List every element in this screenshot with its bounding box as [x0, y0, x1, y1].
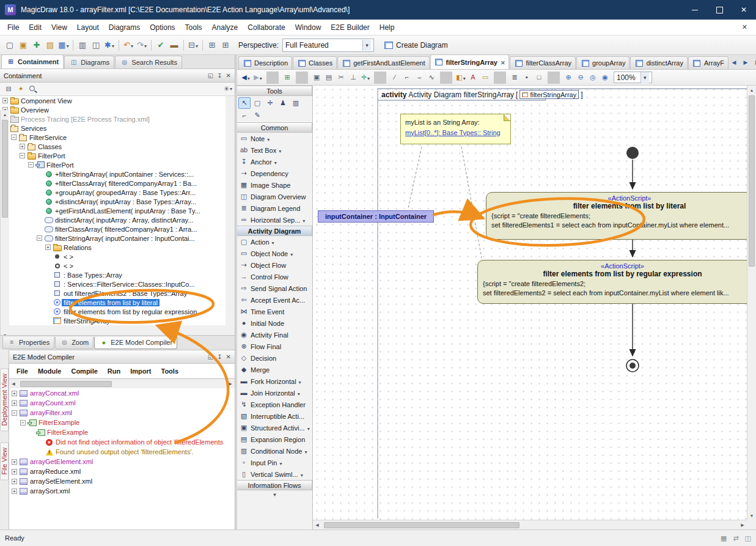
minimize-button[interactable] [683, 0, 707, 20]
scrollbar-thumb[interactable] [20, 381, 112, 387]
note-shape[interactable]: myList is an String Array: myList[0..*]:… [400, 114, 511, 144]
chevron-down-icon[interactable] [299, 378, 301, 385]
tree-row[interactable]: − filterStringArray( inputContainer : In… [0, 234, 226, 243]
tree-row[interactable]: filter elements from list by regular exp… [0, 307, 226, 316]
action-node-filter-literal[interactable]: «ActionScript» filter elements from list… [486, 192, 747, 240]
palette-item[interactable]: ◉ Activity Final [237, 329, 312, 341]
tree-row[interactable]: + arrayCount.xml [9, 398, 235, 408]
chevron-down-icon[interactable] [304, 448, 307, 455]
palette-item[interactable]: ▭ Object Node [237, 248, 312, 259]
close-button[interactable] [732, 0, 756, 20]
print-icon[interactable]: ▥ [76, 38, 89, 53]
curve-path-icon[interactable]: ∿ [425, 72, 438, 84]
palette-item[interactable]: ⇢ Dependency [237, 168, 312, 179]
tree-row[interactable]: − FilterPort [0, 151, 226, 160]
action-node-filter-regex[interactable]: «ActionScript» filter elements from list… [477, 260, 747, 304]
menu-item[interactable]: File [2, 21, 24, 34]
network-status-icon[interactable] [733, 534, 738, 542]
palette-item[interactable]: ▯ Vertical Swiml... [237, 468, 312, 480]
paste-icon[interactable]: ▤ [323, 72, 335, 84]
expander-icon[interactable]: + [12, 391, 17, 396]
expander-icon[interactable]: − [20, 420, 26, 426]
scrollbar-thumb[interactable] [2, 120, 8, 218]
palette-section-tools[interactable]: Tools [237, 86, 312, 96]
close-panel-icon[interactable] [226, 353, 231, 360]
quick-layout-icon[interactable]: ⊥ [347, 72, 359, 84]
tree-row[interactable]: − FilterService [0, 133, 226, 142]
tree-row[interactable]: : Base Types::Array [0, 270, 226, 279]
scroll-left-icon[interactable]: ◀ [9, 380, 18, 388]
back-icon[interactable]: ◀ [240, 72, 252, 84]
compiler-menu-item[interactable]: Run [103, 366, 125, 377]
bottom-tab[interactable]: E2E Model Compiler [94, 337, 177, 349]
multi-select-tool-icon[interactable]: ▢ [251, 97, 263, 109]
resize-icon[interactable]: □ [533, 72, 545, 84]
scrollbar-thumb[interactable] [324, 522, 519, 528]
tree-row[interactable]: + Component View [0, 96, 226, 105]
numbering-icon[interactable]: ⊟ [186, 38, 200, 53]
palette-item[interactable]: ◫ Diagram Overview [237, 191, 312, 202]
tree-row[interactable]: < > [0, 261, 226, 270]
tree-row[interactable]: + arrayReduce.xml [9, 467, 235, 476]
oblique-path-icon[interactable]: ∕ [389, 72, 401, 84]
palette-item[interactable]: ⇨ Send Signal Action [237, 282, 312, 294]
save-icon[interactable]: ▦ [57, 38, 70, 53]
diagram-tab[interactable]: ArrayF [688, 56, 728, 69]
chevron-down-icon[interactable] [272, 238, 274, 246]
scroll-down-icon[interactable]: ▼ [747, 511, 756, 520]
undo-icon[interactable]: ↶ [122, 38, 135, 53]
scrollbar-thumb[interactable] [749, 95, 755, 267]
new-project-icon[interactable]: ▢ [3, 38, 17, 53]
palette-item[interactable]: ▥ Conditional Node [237, 445, 312, 457]
chevron-down-icon[interactable] [267, 135, 270, 142]
scroll-left-icon[interactable]: ◀ [313, 521, 321, 529]
palette-item[interactable]: ▬ Join Horizontal [237, 387, 312, 399]
expander-icon[interactable]: + [12, 459, 17, 465]
swimlane-grid-icon[interactable]: ⊞ [219, 38, 232, 53]
palette-item[interactable]: ▢ Action [237, 236, 312, 248]
float-panel-icon[interactable] [208, 353, 213, 360]
zoom-reset-icon[interactable]: ◉ [599, 72, 611, 84]
menubar-close-icon[interactable] [742, 23, 747, 31]
tree-row[interactable]: distinctArray( inputArray : Array, disti… [0, 215, 226, 224]
add-shape-icon[interactable]: ✛ [359, 72, 372, 84]
side-tab[interactable]: Deployment View [0, 368, 9, 431]
tree-row[interactable]: +groupArray( groupedArray : Base Types::… [0, 188, 226, 197]
tree-row[interactable]: out filteredElements2 : Base Types::Arra… [0, 289, 226, 298]
browser-tab[interactable]: Containment [1, 54, 64, 68]
note-link[interactable]: myList[0..*]: Base Types:: String [405, 128, 506, 138]
tree-row[interactable]: FilterExample [9, 427, 235, 437]
memory-monitor-icon[interactable] [721, 534, 727, 542]
maximize-button[interactable] [707, 0, 732, 20]
compiler-hscrollbar[interactable]: ◀ ▶ [9, 378, 235, 388]
expander-icon[interactable]: + [12, 400, 17, 406]
compiler-menu-item[interactable]: Compile [66, 366, 102, 377]
clipboard-icon[interactable]: ▬ [167, 38, 181, 53]
tree-row[interactable]: − FilterPort [0, 160, 226, 169]
tree-row[interactable]: +filterClassArray( filteredCompanyArray1… [0, 179, 226, 188]
note-tool-icon[interactable]: ▭ [479, 72, 491, 84]
palette-item[interactable]: ▦ Image Shape [237, 179, 312, 191]
palette-item[interactable]: ≣ Diagram Legend [237, 202, 312, 214]
menu-item[interactable]: E2E Builder [326, 21, 374, 34]
palette-item[interactable]: ↧ Anchor [237, 156, 312, 168]
expander-icon[interactable]: + [12, 479, 17, 484]
side-tab[interactable]: File View [0, 442, 9, 480]
pencil-tool-icon[interactable]: ✎ [251, 109, 263, 121]
align-icon[interactable]: ≣ [508, 72, 521, 84]
tree-row[interactable]: : Services::FilterService::Classes::Inpu… [0, 279, 226, 289]
chevron-down-icon[interactable] [279, 459, 282, 467]
user-tool-icon[interactable]: ♟ [277, 97, 289, 109]
menu-item[interactable]: Tools [180, 21, 207, 34]
frame-name-box[interactable]: filterStringArray [519, 90, 579, 99]
browser-tab[interactable]: Search Results [115, 56, 182, 68]
canvas-hscrollbar[interactable]: ◀ ▶ [313, 520, 747, 529]
canvas-vscrollbar[interactable]: ▲ ▼ [747, 86, 756, 520]
palette-item[interactable]: ab Text Box [237, 144, 312, 156]
chevron-down-icon[interactable] [303, 216, 305, 224]
close-tab-icon[interactable] [497, 59, 505, 66]
chevron-down-icon[interactable] [301, 471, 303, 478]
settings-gear-icon[interactable] [224, 85, 232, 93]
compiler-menu-item[interactable]: Tools [156, 366, 183, 377]
tabs-scroll-left-icon[interactable] [729, 57, 739, 67]
